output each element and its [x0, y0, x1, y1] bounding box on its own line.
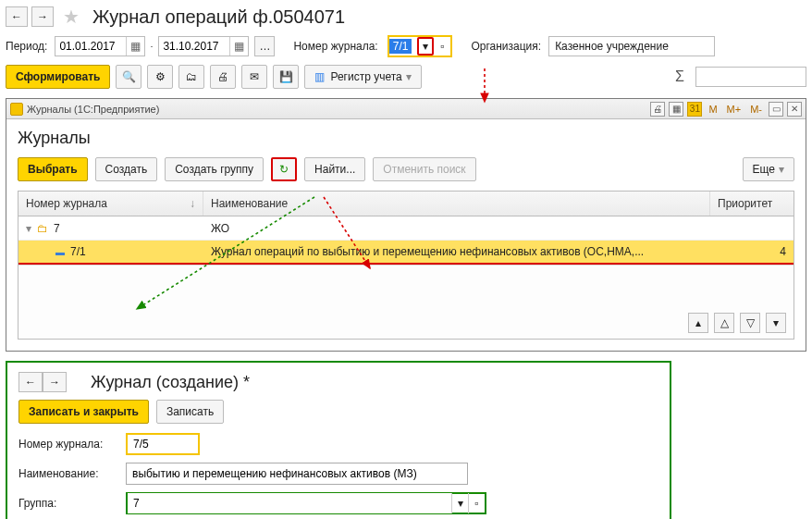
forward-button[interactable]: → — [31, 6, 54, 27]
grid-header: Номер журнала ↓ Наименование Приоритет — [18, 192, 794, 216]
name-input[interactable] — [126, 463, 468, 485]
main-toolbar: Сформировать 🔍 ⚙ 🗂 🖨 ✉ 💾 ▥ Регистр учета… — [6, 65, 806, 89]
close-icon[interactable]: ✕ — [787, 102, 802, 117]
dialog-titlebar-text: Журналы (1С:Предприятие) — [27, 104, 159, 115]
app-icon — [10, 103, 23, 116]
organization-label: Организация: — [471, 40, 543, 53]
period-from-field[interactable]: ▦ — [55, 36, 145, 56]
save-close-button[interactable]: Записать и закрыть — [18, 400, 149, 424]
scroll-bottom-icon[interactable]: ▾ — [766, 313, 786, 333]
find-button[interactable]: Найти... — [304, 157, 365, 181]
print-icon[interactable]: 🖨 — [210, 65, 236, 89]
calendar-icon[interactable]: 31 — [687, 102, 702, 117]
create-group-button[interactable]: Создать группу — [165, 157, 264, 181]
calendar-icon[interactable]: ▦ — [229, 37, 248, 56]
form-button[interactable]: Сформировать — [6, 65, 110, 89]
scroll-up-icon[interactable]: △ — [714, 313, 734, 333]
back-button[interactable]: ← — [6, 6, 28, 27]
registry-button[interactable]: ▥ Регистр учета ▾ — [304, 65, 421, 89]
chevron-down-icon[interactable]: ▾ — [451, 493, 468, 513]
period-more-button[interactable]: … — [254, 36, 275, 56]
save-button[interactable]: Записать — [156, 400, 224, 424]
filter-row: Период: ▦ ▦ … Номер журнала: 7/1 ▾ ▫ Орг… — [6, 35, 806, 57]
journals-grid: Номер журнала ↓ Наименование Приоритет ▾… — [18, 191, 794, 340]
col-priority[interactable]: Приоритет — [710, 192, 794, 216]
scroll-down-icon[interactable]: ▽ — [740, 313, 760, 333]
calc-icon[interactable]: ▦ — [669, 102, 683, 117]
sort-asc-icon: ↓ — [190, 197, 195, 210]
top-nav: ← → ★ Журнал операций ф.0504071 — [6, 6, 806, 28]
organization-value: Казенное учреждение — [555, 40, 669, 53]
form-toolbar: Записать и закрыть Записать — [18, 400, 658, 424]
dialog-titlebar: Журналы (1С:Предприятие) 🖨 ▦ 31 M M+ M- … — [6, 99, 806, 119]
page-title: Журнал операций ф.0504071 — [92, 6, 345, 28]
settings-icon[interactable]: ⚙ — [147, 65, 173, 89]
dialog-toolbar: Выбрать Создать Создать группу ↻ Найти..… — [18, 157, 794, 181]
journal-number-dropdown[interactable]: ▾ — [417, 37, 434, 56]
period-to-field[interactable]: ▦ — [158, 36, 249, 56]
period-label: Период: — [6, 40, 49, 53]
grid-footer: ▴ △ ▽ ▾ — [18, 265, 794, 339]
print-icon[interactable]: 🖨 — [650, 102, 665, 117]
calendar-icon[interactable]: ▦ — [126, 37, 144, 56]
journal-number-label: Номер журнала: — [293, 40, 379, 53]
favorite-icon[interactable]: ★ — [63, 6, 80, 28]
more-button[interactable]: Еще▾ — [743, 157, 794, 181]
group-combo[interactable]: ▾ ▫ — [126, 492, 486, 514]
journal-number-field[interactable]: 7/1 ▾ ▫ — [388, 35, 453, 57]
sum-field[interactable] — [695, 67, 806, 87]
number-input[interactable] — [126, 433, 200, 455]
minimize-icon[interactable]: ▭ — [769, 102, 783, 117]
forward-button[interactable]: → — [43, 372, 67, 392]
create-button[interactable]: Создать — [95, 157, 158, 181]
form-title: Журнал (создание) * — [91, 373, 250, 392]
memory-m[interactable]: M — [706, 104, 720, 115]
search-icon[interactable]: 🔍 — [116, 65, 141, 89]
period-from-input[interactable] — [55, 37, 126, 56]
tree-icon[interactable]: 🗂 — [178, 65, 204, 89]
col-name[interactable]: Наименование — [203, 192, 710, 216]
form-nav: ← → Журнал (создание) * — [18, 372, 658, 392]
name-label: Наименование: — [18, 467, 120, 480]
journal-number-open-icon[interactable]: ▫ — [434, 37, 450, 56]
refresh-icon[interactable]: ↻ — [271, 157, 297, 181]
memory-mminus[interactable]: M- — [747, 104, 765, 115]
group-label: Группа: — [18, 497, 120, 510]
table-row[interactable]: ▾ 🗀 7 ЖО — [18, 216, 794, 241]
mail-icon[interactable]: ✉ — [241, 65, 267, 89]
number-label: Номер журнала: — [18, 438, 120, 451]
select-button[interactable]: Выбрать — [18, 157, 88, 181]
journal-number-value: 7/1 — [389, 39, 412, 54]
table-row[interactable]: ▬ 7/1 Журнал операций по выбытию и перем… — [18, 241, 794, 265]
open-icon[interactable]: ▫ — [468, 493, 485, 513]
save-icon[interactable]: 💾 — [273, 65, 299, 89]
item-icon: ▬ — [55, 247, 65, 257]
organization-field[interactable]: Казенное учреждение — [548, 36, 715, 56]
sum-icon[interactable]: Σ — [675, 68, 684, 85]
back-button[interactable]: ← — [18, 372, 43, 392]
scroll-top-icon[interactable]: ▴ — [688, 313, 708, 333]
dialog-title: Журналы — [18, 129, 794, 148]
folder-icon: 🗀 — [37, 222, 48, 235]
period-to-input[interactable] — [159, 37, 229, 56]
memory-mplus[interactable]: M+ — [724, 104, 744, 115]
group-input[interactable] — [128, 493, 451, 513]
journals-dialog: Журналы (1С:Предприятие) 🖨 ▦ 31 M M+ M- … — [6, 98, 806, 352]
col-number[interactable]: Номер журнала ↓ — [18, 192, 203, 216]
journal-create-form: ← → Журнал (создание) * Записать и закры… — [6, 361, 671, 519]
cancel-search-button[interactable]: Отменить поиск — [373, 157, 475, 181]
